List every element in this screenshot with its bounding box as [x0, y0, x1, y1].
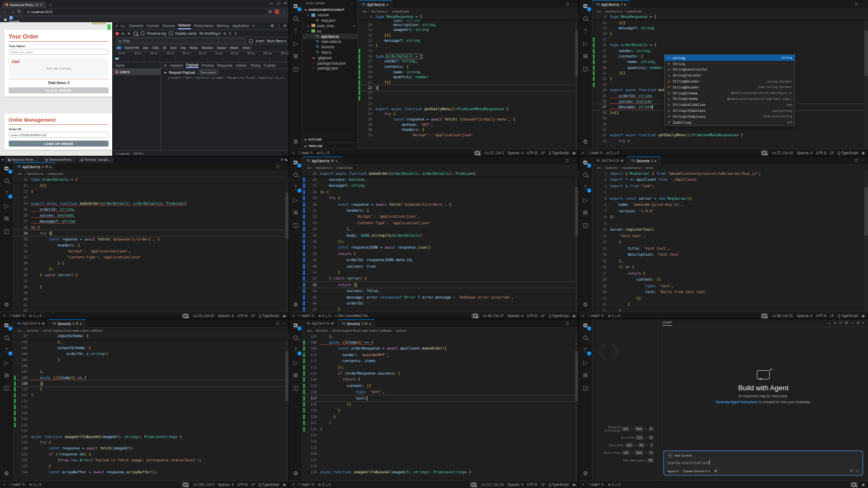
minimap[interactable]: [575, 333, 579, 480]
panel-tab-timing[interactable]: Timing: [250, 64, 260, 67]
git-branch-indicator[interactable]: ᛘ main* ↻: [588, 483, 604, 487]
code-line[interactable]: 28}> {: [303, 189, 579, 195]
search-icon[interactable]: [291, 334, 300, 341]
code-line[interactable]: 43 return {: [303, 282, 579, 288]
extensions-icon[interactable]: ⊞: [581, 52, 590, 60]
scrollbar-thumb[interactable]: [864, 30, 868, 76]
gear-icon[interactable]: ⚙: [291, 138, 300, 145]
code-line[interactable]: 105 }: [14, 357, 289, 363]
code-line[interactable]: 10 description: string: [358, 22, 579, 28]
maximize-icon[interactable]: ⧉: [857, 321, 860, 326]
code-line[interactable]: 31 headers: {: [14, 242, 289, 248]
code-line[interactable]: 31 headers: {: [303, 207, 579, 213]
scrollbar-thumb[interactable]: [575, 187, 579, 235]
code-line[interactable]: 26export async function getDailyMenu():P…: [358, 106, 579, 112]
remote-icon[interactable]: ◫: [291, 65, 300, 72]
screencast-icon[interactable]: [470, 482, 477, 487]
close-icon[interactable]: ✕: [283, 24, 286, 28]
breadcrumb-item[interactable]: Serverts: [27, 329, 39, 332]
chip-manifest[interactable]: Manifest: [200, 46, 214, 50]
encoding-setting[interactable]: UTF-8: [238, 314, 247, 318]
code-line[interactable]: 113 if (orderResponse.success) {: [303, 370, 579, 376]
git-branch-indicator[interactable]: ᛘ main ↻: [298, 151, 313, 155]
view-parsed-toggle[interactable]: View parsed: [197, 70, 219, 74]
code-line[interactable]: 44 success: false,: [303, 288, 579, 294]
scrollbar-thumb[interactable]: [285, 193, 289, 239]
copilot-icon[interactable]: ◉: [572, 314, 576, 318]
indent-setting[interactable]: Spaces: 4: [508, 314, 524, 318]
gear-icon[interactable]: ⚙: [581, 301, 590, 308]
files-icon[interactable]: ⧉1: [2, 321, 11, 329]
editor-tab[interactable]: TSServerts1, M●: [49, 319, 86, 327]
code-line[interactable]: 6type MenuResponse = {: [592, 14, 868, 20]
code-line[interactable]: 34 } [: [14, 260, 289, 266]
remote-icon[interactable]: ×: [582, 151, 584, 155]
split-editor-icon[interactable]: ◫: [854, 2, 858, 7]
code-line[interactable]: 4: [592, 189, 868, 196]
code-line[interactable]: 29 method: 'GET',: [358, 122, 579, 128]
sidebar-section-timeline[interactable]: ▸TIMELINE: [303, 142, 358, 149]
disable-cache-checkbox[interactable]: [169, 31, 173, 35]
filter-icon[interactable]: ▼: [127, 31, 130, 35]
code-line[interactable]: 124: [303, 439, 579, 445]
code-line[interactable]: 6 name: 'awesome-pizza-mcp-ts',: [592, 202, 868, 208]
sidebar-section-outline[interactable]: ▸OUTLINE: [303, 136, 358, 142]
invert-checkbox[interactable]: [249, 39, 253, 43]
code-line[interactable]: 110 sender: 'awesomeMCP',: [303, 352, 579, 358]
chip-all[interactable]: All: [116, 46, 122, 50]
clear-icon[interactable]: ⊘: [122, 31, 124, 35]
language-mode[interactable]: {} TypeScript: [838, 314, 858, 318]
remote-icon[interactable]: ×: [582, 483, 584, 486]
cursor-position[interactable]: Ln 117, Col 23: [481, 483, 504, 486]
remote-icon[interactable]: ×: [292, 314, 295, 318]
minimap[interactable]: [575, 14, 579, 149]
debug-icon[interactable]: ▷: [291, 359, 300, 366]
tools-icon[interactable]: ⚒: [714, 469, 717, 473]
menu-icon[interactable]: ⋮: [282, 10, 286, 14]
export-icon[interactable]: ↧: [234, 31, 237, 35]
debug-icon[interactable]: ▷: [291, 196, 300, 204]
gear-icon[interactable]: ⚙: [2, 301, 11, 308]
code-line[interactable]: 28 const response = await fetch(`${baseU…: [358, 117, 579, 122]
editor-tab[interactable]: TSApiClient.tsM: [592, 156, 628, 164]
code-line[interactable]: 22}: [358, 85, 579, 91]
problems-indicator[interactable]: ⊗ 0 △ 0: [317, 151, 329, 155]
code-line[interactable]: 123 }: [14, 464, 289, 470]
code-line[interactable]: 109 ]: [14, 381, 289, 386]
code-line[interactable]: 25: [358, 101, 579, 106]
code-line[interactable]: 16type orderDetails = {: [14, 176, 289, 182]
new-chat-icon[interactable]: ＋: [828, 321, 832, 326]
copilot-icon[interactable]: ◉: [861, 151, 865, 155]
more-actions-icon[interactable]: ⋯: [351, 2, 354, 5]
split-editor-icon[interactable]: ◫: [276, 164, 279, 169]
code-line[interactable]: 6type MenuResponse = {: [358, 14, 579, 20]
filter-input[interactable]: ▼Filter: [116, 38, 246, 43]
minimap[interactable]: [285, 176, 289, 312]
files-icon[interactable]: ⧉1: [291, 321, 300, 329]
remote-icon[interactable]: ◫: [291, 221, 300, 229]
code-line[interactable]: 36 });: [303, 238, 579, 244]
suggest-item[interactable]: ❖StringIterator: [665, 72, 795, 78]
code-line[interactable]: 20 quantity: number: [358, 75, 579, 80]
gear-icon[interactable]: ⚙: [581, 470, 590, 477]
gear-icon[interactable]: ⚙: [581, 138, 590, 145]
code-line[interactable]: 15 },: [592, 258, 868, 264]
chip-fetchxhr[interactable]: Fetch/XHR: [123, 46, 141, 50]
throttling-select[interactable]: No throttling ▾: [199, 31, 220, 35]
devtools-tab-console[interactable]: Console: [146, 23, 159, 29]
panel-tab-payload[interactable]: Payload: [186, 63, 199, 68]
code-line[interactable]: 16type orderDetails = {: [592, 42, 868, 48]
encoding-setting[interactable]: UTF-8: [816, 151, 826, 155]
debug-icon[interactable]: ▷: [581, 196, 590, 204]
maximize-icon[interactable]: ▢: [277, 1, 280, 5]
breadcrumb-item[interactable]: src: [597, 10, 601, 13]
code-line[interactable]: 107 },: [303, 333, 579, 339]
code-line[interactable]: 19 type: 'text',: [592, 283, 868, 289]
split-editor-icon[interactable]: ◫: [565, 321, 569, 326]
minimize-icon[interactable]: —: [270, 1, 273, 5]
encoding-setting[interactable]: UTF-8: [816, 314, 826, 318]
breadcrumb-item[interactable]: makeOrder: [47, 172, 63, 175]
code-line[interactable]: 107 },: [14, 369, 289, 375]
indent-setting[interactable]: Spaces: 4: [508, 151, 524, 155]
code-line[interactable]: 47 }: [303, 307, 579, 312]
